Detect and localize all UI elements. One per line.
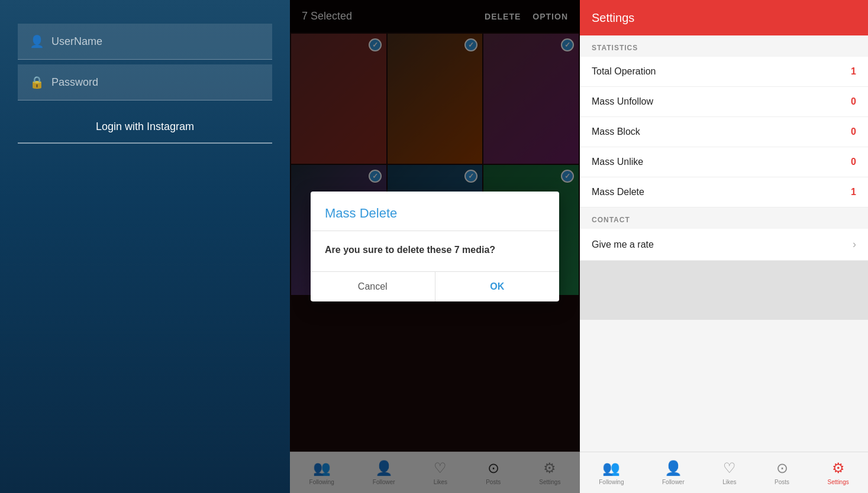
mass-delete-row[interactable]: Mass Delete 1 (580, 177, 868, 207)
settings-follower-icon: 👤 (664, 460, 682, 476)
settings-title: Settings (592, 11, 634, 25)
settings-settings-label: Settings (828, 479, 849, 485)
settings-nav-settings[interactable]: ⚙ Settings (828, 460, 849, 485)
mass-delete-value: 1 (851, 187, 856, 197)
settings-follower-label: Follower (662, 479, 685, 485)
give-rate-label: Give me a rate (592, 239, 654, 250)
cancel-button[interactable]: Cancel (311, 272, 435, 301)
settings-likes-icon: ♡ (723, 460, 736, 476)
gray-spacer (580, 261, 868, 320)
settings-header: Settings (580, 0, 868, 35)
dialog-body: Are you sure to delete these 7 media? (311, 231, 559, 271)
settings-nav-follower[interactable]: 👤 Follower (662, 460, 685, 485)
statistics-section-label: STATISTICS (580, 35, 868, 57)
mass-unfollow-label: Mass Unfollow (592, 96, 653, 107)
mass-block-label: Mass Block (592, 127, 640, 137)
settings-settings-icon: ⚙ (832, 460, 845, 476)
settings-content: STATISTICS Total Operation 1 Mass Unfoll… (580, 35, 868, 452)
settings-nav-likes[interactable]: ♡ Likes (722, 460, 736, 485)
settings-nav-following[interactable]: 👥 Following (599, 460, 624, 485)
mass-block-row[interactable]: Mass Block 0 (580, 117, 868, 147)
settings-likes-label: Likes (722, 479, 736, 485)
username-field[interactable]: 👤 UserName (18, 24, 272, 60)
contact-section-label: CONTACT (580, 207, 868, 229)
login-panel: 👤 UserName 🔒 Password Login with Instagr… (0, 0, 290, 493)
total-operation-row[interactable]: Total Operation 1 (580, 57, 868, 87)
username-placeholder: UserName (51, 35, 102, 48)
settings-posts-icon: ⊙ (776, 460, 788, 476)
settings-panel: Settings STATISTICS Total Operation 1 Ma… (580, 0, 868, 493)
chevron-right-icon: › (853, 238, 856, 251)
mass-unfollow-row[interactable]: Mass Unfollow 0 (580, 87, 868, 117)
login-button[interactable]: Login with Instagram (18, 111, 272, 144)
settings-following-label: Following (599, 479, 624, 485)
dialog-title: Mass Delete (311, 192, 559, 231)
total-operation-value: 1 (851, 66, 856, 77)
user-icon: 👤 (30, 34, 44, 48)
password-placeholder: Password (51, 76, 98, 89)
mass-delete-label: Mass Delete (592, 187, 644, 197)
settings-following-icon: 👥 (602, 460, 620, 476)
settings-nav-posts[interactable]: ⊙ Posts (775, 460, 789, 485)
mass-unlike-row[interactable]: Mass Unlike 0 (580, 147, 868, 177)
total-operation-label: Total Operation (592, 66, 656, 77)
settings-bottom-nav: 👥 Following 👤 Follower ♡ Likes ⊙ Posts ⚙… (580, 452, 868, 493)
mass-unlike-value: 0 (851, 157, 856, 167)
lock-icon: 🔒 (30, 75, 44, 89)
mass-unlike-label: Mass Unlike (592, 157, 643, 167)
dialog-overlay: Mass Delete Are you sure to delete these… (290, 0, 580, 493)
mass-unfollow-value: 0 (851, 96, 856, 107)
mass-delete-dialog: Mass Delete Are you sure to delete these… (311, 192, 559, 301)
posts-panel: 7 Selected DELETE OPTION ✓ ✓ ✓ ✓ ✓ ✓ Mas… (290, 0, 580, 493)
password-field[interactable]: 🔒 Password (18, 64, 272, 100)
give-rate-row[interactable]: Give me a rate › (580, 229, 868, 261)
settings-posts-label: Posts (775, 479, 789, 485)
ok-button[interactable]: OK (435, 272, 560, 301)
dialog-actions: Cancel OK (311, 271, 559, 301)
mass-block-value: 0 (851, 127, 856, 137)
